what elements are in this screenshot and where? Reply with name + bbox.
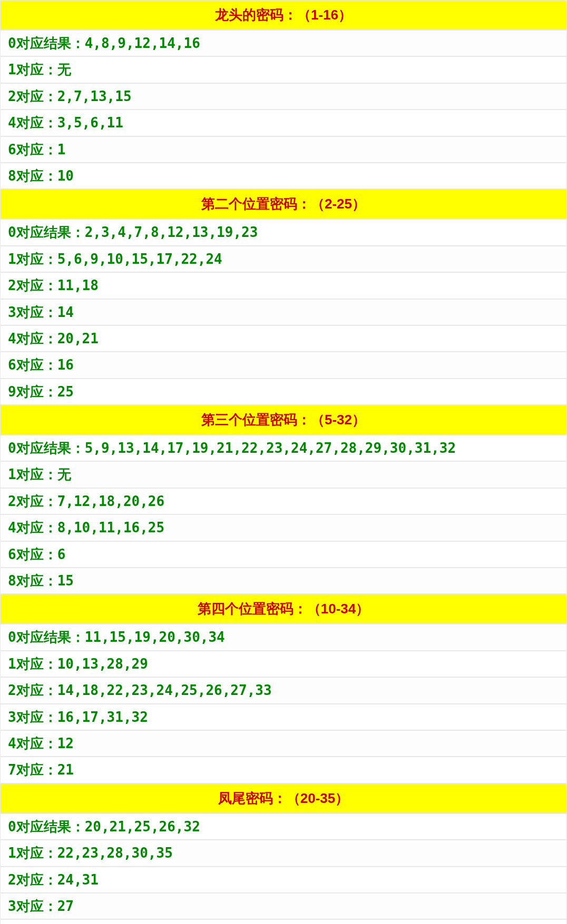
data-row: 7对应：21 — [0, 757, 567, 783]
data-row: 4对应：33,34 — [0, 919, 567, 924]
lottery-password-table: 龙头的密码：（1-16） 0对应结果：4,8,9,12,14,16 1对应：无 … — [0, 0, 567, 924]
data-row: 1对应：10,13,28,29 — [0, 651, 567, 677]
data-row: 8对应：10 — [0, 163, 567, 189]
data-row: 3对应：16,17,31,32 — [0, 704, 567, 730]
data-row: 3对应：14 — [0, 299, 567, 325]
data-row: 2对应：11,18 — [0, 272, 567, 299]
data-row: 1对应：22,23,28,30,35 — [0, 840, 567, 866]
section-header: 龙头的密码：（1-16） — [0, 0, 567, 30]
data-row: 6对应：6 — [0, 541, 567, 568]
data-row: 0对应结果：2,3,4,7,8,12,13,19,23 — [0, 219, 567, 245]
data-row: 2对应：2,7,13,15 — [0, 83, 567, 110]
data-row: 4对应：20,21 — [0, 325, 567, 352]
data-row: 0对应结果：20,21,25,26,32 — [0, 813, 567, 840]
data-row: 4对应：3,5,6,11 — [0, 110, 567, 136]
section-header: 第二个位置密码：（2-25） — [0, 189, 567, 219]
data-row: 0对应结果：5,9,13,14,17,19,21,22,23,24,27,28,… — [0, 435, 567, 461]
data-row: 4对应：8,10,11,16,25 — [0, 514, 567, 541]
data-row: 2对应：7,12,18,20,26 — [0, 488, 567, 514]
data-row: 3对应：27 — [0, 893, 567, 919]
data-row: 0对应结果：11,15,19,20,30,34 — [0, 624, 567, 650]
data-row: 1对应：无 — [0, 56, 567, 83]
section-header: 第三个位置密码：（5-32） — [0, 405, 567, 435]
data-row: 8对应：15 — [0, 568, 567, 594]
data-row: 1对应：无 — [0, 461, 567, 488]
data-row: 9对应：25 — [0, 379, 567, 405]
data-row: 0对应结果：4,8,9,12,14,16 — [0, 30, 567, 56]
data-row: 6对应：1 — [0, 136, 567, 163]
data-row: 6对应：16 — [0, 352, 567, 378]
data-row: 2对应：14,18,22,23,24,25,26,27,33 — [0, 677, 567, 703]
data-row: 1对应：5,6,9,10,15,17,22,24 — [0, 246, 567, 272]
data-row: 2对应：24,31 — [0, 867, 567, 893]
section-header: 第四个位置密码：（10-34） — [0, 594, 567, 624]
data-row: 4对应：12 — [0, 730, 567, 757]
section-header: 凤尾密码：（20-35） — [0, 783, 567, 813]
